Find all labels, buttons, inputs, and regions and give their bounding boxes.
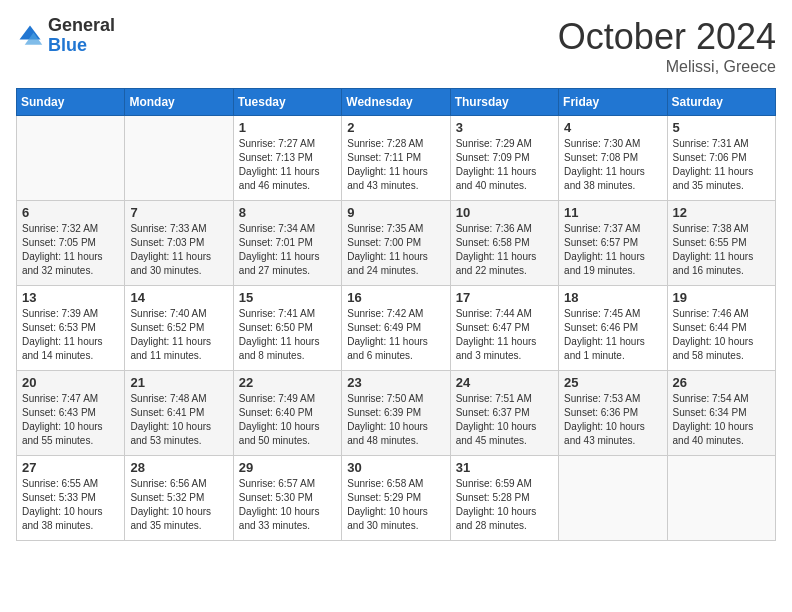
day-number: 14 [130, 290, 227, 305]
day-info: Sunrise: 7:53 AMSunset: 6:36 PMDaylight:… [564, 393, 645, 446]
day-number: 23 [347, 375, 444, 390]
calendar-cell: 22 Sunrise: 7:49 AMSunset: 6:40 PMDaylig… [233, 371, 341, 456]
calendar-cell: 3 Sunrise: 7:29 AMSunset: 7:09 PMDayligh… [450, 116, 558, 201]
weekday-header: Saturday [667, 89, 775, 116]
calendar-week-row: 20 Sunrise: 7:47 AMSunset: 6:43 PMDaylig… [17, 371, 776, 456]
day-info: Sunrise: 7:37 AMSunset: 6:57 PMDaylight:… [564, 223, 645, 276]
calendar-cell: 11 Sunrise: 7:37 AMSunset: 6:57 PMDaylig… [559, 201, 667, 286]
day-info: Sunrise: 7:45 AMSunset: 6:46 PMDaylight:… [564, 308, 645, 361]
header-row: SundayMondayTuesdayWednesdayThursdayFrid… [17, 89, 776, 116]
day-info: Sunrise: 7:32 AMSunset: 7:05 PMDaylight:… [22, 223, 103, 276]
day-number: 13 [22, 290, 119, 305]
calendar-cell: 23 Sunrise: 7:50 AMSunset: 6:39 PMDaylig… [342, 371, 450, 456]
weekday-header: Monday [125, 89, 233, 116]
calendar-cell: 4 Sunrise: 7:30 AMSunset: 7:08 PMDayligh… [559, 116, 667, 201]
day-number: 29 [239, 460, 336, 475]
calendar-week-row: 13 Sunrise: 7:39 AMSunset: 6:53 PMDaylig… [17, 286, 776, 371]
logo: General Blue [16, 16, 115, 56]
day-info: Sunrise: 7:44 AMSunset: 6:47 PMDaylight:… [456, 308, 537, 361]
day-info: Sunrise: 7:50 AMSunset: 6:39 PMDaylight:… [347, 393, 428, 446]
title-area: October 2024 Melissi, Greece [558, 16, 776, 76]
day-number: 3 [456, 120, 553, 135]
calendar-cell: 12 Sunrise: 7:38 AMSunset: 6:55 PMDaylig… [667, 201, 775, 286]
calendar-cell [125, 116, 233, 201]
day-number: 20 [22, 375, 119, 390]
day-number: 8 [239, 205, 336, 220]
day-number: 11 [564, 205, 661, 220]
location-title: Melissi, Greece [558, 58, 776, 76]
calendar-week-row: 6 Sunrise: 7:32 AMSunset: 7:05 PMDayligh… [17, 201, 776, 286]
calendar-cell [17, 116, 125, 201]
day-number: 17 [456, 290, 553, 305]
day-number: 6 [22, 205, 119, 220]
calendar-cell: 13 Sunrise: 7:39 AMSunset: 6:53 PMDaylig… [17, 286, 125, 371]
day-number: 31 [456, 460, 553, 475]
day-info: Sunrise: 6:57 AMSunset: 5:30 PMDaylight:… [239, 478, 320, 531]
calendar-cell: 29 Sunrise: 6:57 AMSunset: 5:30 PMDaylig… [233, 456, 341, 541]
calendar-table: SundayMondayTuesdayWednesdayThursdayFrid… [16, 88, 776, 541]
calendar-cell [559, 456, 667, 541]
day-info: Sunrise: 7:48 AMSunset: 6:41 PMDaylight:… [130, 393, 211, 446]
day-info: Sunrise: 7:35 AMSunset: 7:00 PMDaylight:… [347, 223, 428, 276]
calendar-cell: 10 Sunrise: 7:36 AMSunset: 6:58 PMDaylig… [450, 201, 558, 286]
day-number: 28 [130, 460, 227, 475]
day-info: Sunrise: 6:56 AMSunset: 5:32 PMDaylight:… [130, 478, 211, 531]
day-number: 26 [673, 375, 770, 390]
calendar-cell: 1 Sunrise: 7:27 AMSunset: 7:13 PMDayligh… [233, 116, 341, 201]
day-info: Sunrise: 7:38 AMSunset: 6:55 PMDaylight:… [673, 223, 754, 276]
day-number: 22 [239, 375, 336, 390]
day-number: 12 [673, 205, 770, 220]
day-info: Sunrise: 7:34 AMSunset: 7:01 PMDaylight:… [239, 223, 320, 276]
day-number: 7 [130, 205, 227, 220]
logo-blue-text: Blue [48, 36, 115, 56]
day-info: Sunrise: 7:41 AMSunset: 6:50 PMDaylight:… [239, 308, 320, 361]
calendar-cell: 31 Sunrise: 6:59 AMSunset: 5:28 PMDaylig… [450, 456, 558, 541]
calendar-cell: 20 Sunrise: 7:47 AMSunset: 6:43 PMDaylig… [17, 371, 125, 456]
calendar-cell: 25 Sunrise: 7:53 AMSunset: 6:36 PMDaylig… [559, 371, 667, 456]
calendar-cell: 17 Sunrise: 7:44 AMSunset: 6:47 PMDaylig… [450, 286, 558, 371]
day-info: Sunrise: 7:36 AMSunset: 6:58 PMDaylight:… [456, 223, 537, 276]
calendar-cell: 24 Sunrise: 7:51 AMSunset: 6:37 PMDaylig… [450, 371, 558, 456]
day-info: Sunrise: 7:39 AMSunset: 6:53 PMDaylight:… [22, 308, 103, 361]
day-info: Sunrise: 7:49 AMSunset: 6:40 PMDaylight:… [239, 393, 320, 446]
weekday-header: Wednesday [342, 89, 450, 116]
calendar-cell: 26 Sunrise: 7:54 AMSunset: 6:34 PMDaylig… [667, 371, 775, 456]
day-number: 5 [673, 120, 770, 135]
day-info: Sunrise: 6:59 AMSunset: 5:28 PMDaylight:… [456, 478, 537, 531]
day-number: 4 [564, 120, 661, 135]
day-number: 10 [456, 205, 553, 220]
day-info: Sunrise: 7:46 AMSunset: 6:44 PMDaylight:… [673, 308, 754, 361]
day-number: 21 [130, 375, 227, 390]
day-info: Sunrise: 7:27 AMSunset: 7:13 PMDaylight:… [239, 138, 320, 191]
day-info: Sunrise: 7:47 AMSunset: 6:43 PMDaylight:… [22, 393, 103, 446]
day-info: Sunrise: 7:33 AMSunset: 7:03 PMDaylight:… [130, 223, 211, 276]
day-number: 18 [564, 290, 661, 305]
day-info: Sunrise: 7:28 AMSunset: 7:11 PMDaylight:… [347, 138, 428, 191]
calendar-cell: 19 Sunrise: 7:46 AMSunset: 6:44 PMDaylig… [667, 286, 775, 371]
calendar-cell: 8 Sunrise: 7:34 AMSunset: 7:01 PMDayligh… [233, 201, 341, 286]
calendar-week-row: 27 Sunrise: 6:55 AMSunset: 5:33 PMDaylig… [17, 456, 776, 541]
calendar-cell: 9 Sunrise: 7:35 AMSunset: 7:00 PMDayligh… [342, 201, 450, 286]
day-number: 30 [347, 460, 444, 475]
calendar-cell: 27 Sunrise: 6:55 AMSunset: 5:33 PMDaylig… [17, 456, 125, 541]
day-info: Sunrise: 7:51 AMSunset: 6:37 PMDaylight:… [456, 393, 537, 446]
day-info: Sunrise: 7:29 AMSunset: 7:09 PMDaylight:… [456, 138, 537, 191]
calendar-cell: 15 Sunrise: 7:41 AMSunset: 6:50 PMDaylig… [233, 286, 341, 371]
day-info: Sunrise: 7:30 AMSunset: 7:08 PMDaylight:… [564, 138, 645, 191]
day-info: Sunrise: 7:40 AMSunset: 6:52 PMDaylight:… [130, 308, 211, 361]
logo-general-text: General [48, 16, 115, 36]
day-info: Sunrise: 7:31 AMSunset: 7:06 PMDaylight:… [673, 138, 754, 191]
calendar-week-row: 1 Sunrise: 7:27 AMSunset: 7:13 PMDayligh… [17, 116, 776, 201]
day-number: 25 [564, 375, 661, 390]
weekday-header: Thursday [450, 89, 558, 116]
calendar-cell: 28 Sunrise: 6:56 AMSunset: 5:32 PMDaylig… [125, 456, 233, 541]
calendar-cell: 14 Sunrise: 7:40 AMSunset: 6:52 PMDaylig… [125, 286, 233, 371]
logo-icon [16, 22, 44, 50]
day-number: 9 [347, 205, 444, 220]
weekday-header: Friday [559, 89, 667, 116]
calendar-cell: 2 Sunrise: 7:28 AMSunset: 7:11 PMDayligh… [342, 116, 450, 201]
day-number: 2 [347, 120, 444, 135]
calendar-cell: 16 Sunrise: 7:42 AMSunset: 6:49 PMDaylig… [342, 286, 450, 371]
day-number: 16 [347, 290, 444, 305]
calendar-cell: 18 Sunrise: 7:45 AMSunset: 6:46 PMDaylig… [559, 286, 667, 371]
